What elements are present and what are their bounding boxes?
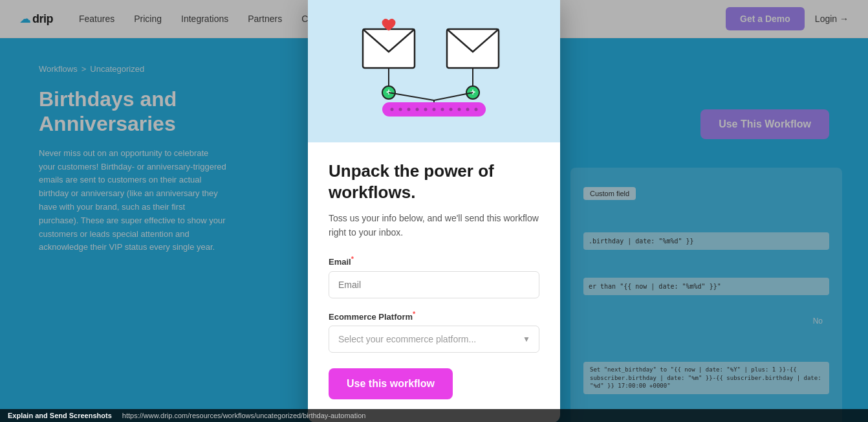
- svg-text:+: +: [386, 87, 391, 97]
- svg-point-13: [399, 108, 402, 111]
- email-input[interactable]: [329, 271, 539, 298]
- modal-illustration: + +: [308, 0, 560, 142]
- svg-point-21: [466, 108, 470, 111]
- modal-body: Unpack the power of workflows. Toss us y…: [308, 142, 560, 422]
- svg-point-22: [475, 108, 478, 111]
- status-bar-url: https://www.drip.com/resources/workflows…: [122, 412, 366, 419]
- modal: + +: [308, 0, 560, 422]
- modal-title: Unpack the power of workflows.: [329, 161, 539, 203]
- status-bar-title: Explain and Send Screenshots: [8, 412, 112, 419]
- platform-select-wrap: Select your ecommerce platform...Shopify…: [329, 326, 539, 353]
- svg-point-16: [424, 108, 428, 111]
- svg-point-20: [458, 108, 461, 111]
- status-bar: Explain and Send Screenshots https://www…: [0, 409, 868, 422]
- platform-select[interactable]: Select your ecommerce platform...Shopify…: [329, 326, 539, 353]
- svg-point-12: [391, 108, 394, 111]
- platform-label: Ecommerce Platform*: [329, 310, 539, 322]
- email-label: Email*: [329, 255, 539, 267]
- svg-point-18: [441, 108, 444, 111]
- modal-subtitle: Toss us your info below, and we'll send …: [329, 212, 539, 239]
- svg-point-17: [433, 108, 436, 111]
- svg-point-15: [416, 108, 419, 111]
- svg-text:+: +: [470, 87, 475, 97]
- svg-line-8: [389, 93, 434, 100]
- svg-point-14: [407, 108, 411, 111]
- submit-workflow-button[interactable]: Use this workflow: [329, 368, 453, 399]
- svg-point-19: [450, 108, 453, 111]
